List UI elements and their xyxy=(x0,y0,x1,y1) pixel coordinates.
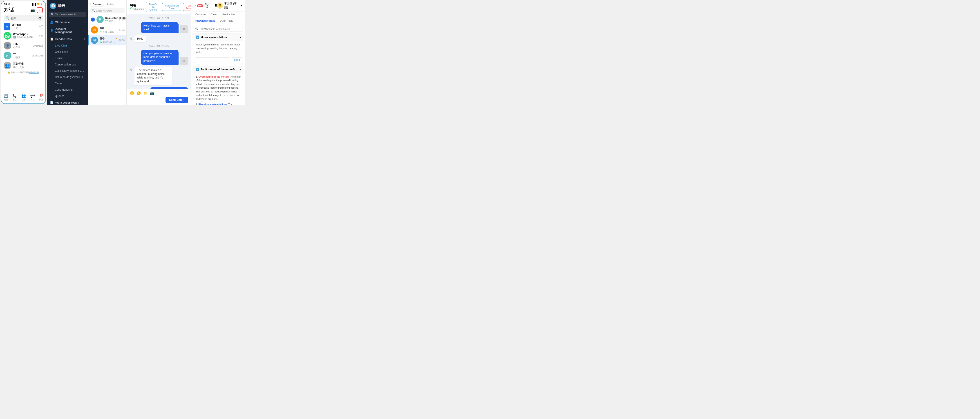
yin-meta: 2023/10/25 xyxy=(32,54,43,57)
contact86-meta: 2023/11/3 xyxy=(33,45,43,47)
nav-calls[interactable]: 📞 通话 xyxy=(13,94,17,101)
chat-preview-requester: W 你好，还在吗? xyxy=(105,19,118,23)
camera-icon[interactable]: 📷 xyxy=(30,7,35,13)
chat-search-icon: 🔍 xyxy=(92,9,95,12)
chat-search[interactable]: 🔍 Enter Keyword xyxy=(90,8,124,13)
tab-current[interactable]: Current xyxy=(90,2,104,7)
tab-knowledge-base[interactable]: Knowledge Base xyxy=(193,18,218,24)
knowledge-search[interactable]: 🔍 xyxy=(193,26,243,32)
chat-item-requester[interactable]: 7 R Requester1701161895977 W 你好，还在吗? 17:… xyxy=(88,14,126,25)
sign-out-button[interactable]: Sign Out xyxy=(204,3,213,8)
sidebar-item-service-desk[interactable]: 📋 Service Desk ▾ xyxy=(47,35,88,43)
folder-icon[interactable]: 📁 xyxy=(143,91,148,96)
nav-chat[interactable]: 💬 对话 xyxy=(30,94,35,101)
chat-meta-aha2: 18:08 xyxy=(119,39,124,41)
transfer-to-others-button[interactable]: Transfer To Others xyxy=(146,2,160,12)
channel-name: whatsapp xyxy=(134,8,144,10)
sidebar-sub-email[interactable]: E-mail xyxy=(47,55,88,61)
tab-service-list[interactable]: Service List xyxy=(220,11,237,18)
sidebar-logo: 瑞云 xyxy=(47,0,88,12)
chat-info-requester: Requester1701161895977 W 你好，还在吗? xyxy=(105,17,118,23)
contact-group[interactable]: 👥 三好学生 我们，公告 › xyxy=(2,61,45,70)
sidebar-search-icon: 🔍 xyxy=(51,13,54,16)
knowledge-search-icon: 🔍 xyxy=(195,27,198,30)
contact-whatsapp[interactable]: WhatsApp ✓ 🆕 新功能: 推出隐私检查 掌握您要分享的内容和分享对象。… xyxy=(2,31,45,41)
msg-agent-1: Hello, how can I assist you? 🖼 xyxy=(130,22,188,33)
reply-send-button[interactable]: Send xyxy=(232,57,242,62)
reply-input[interactable] xyxy=(195,57,230,62)
contact86-name: +86 xyxy=(13,43,32,46)
knowledge-user: 👩 李梦颖 (客服) ▾ xyxy=(217,2,242,10)
fault-title-2: Electrical system failure: xyxy=(198,103,228,105)
chat-input-row: Send(Enter) xyxy=(130,97,188,103)
chat-name-requester: Requester1701161895977 xyxy=(105,17,118,19)
msg-user-label-2: 哈 xyxy=(130,67,132,71)
fault-num-2: 2. xyxy=(196,103,198,105)
phone-filter-icon[interactable]: ⚙ xyxy=(38,16,41,21)
contact-86[interactable]: 👤 +86 ✓ 在线 2023/11/3 xyxy=(2,41,45,51)
knowledge-header: ? 99+ Sign Out ⠿ 👩 李梦颖 (客服) ▾ xyxy=(191,0,245,11)
sidebar-item-workspace[interactable]: 👤 Workspace › xyxy=(47,19,88,25)
nav-community[interactable]: 👥 社群 xyxy=(21,94,26,101)
chat-avatar-aha1: 啊 xyxy=(91,26,98,33)
tab-customer[interactable]: Customer xyxy=(193,11,208,18)
apps-icon[interactable]: ⠿ xyxy=(215,4,217,8)
chat-input[interactable] xyxy=(130,98,164,102)
sidebar-sub-cases[interactable]: Cases xyxy=(47,80,88,87)
emoji2-icon[interactable]: 😀 xyxy=(137,91,141,96)
sidebar-search[interactable]: 🔍 Tap here to search xyxy=(49,12,86,17)
chat-item-aha2[interactable]: 啊 啊哈 ⚑ W 非常抱歉，当前客服应接不暇... 18:08 xyxy=(88,35,126,45)
whatsapp-info: WhatsApp ✓ 🆕 新功能: 推出隐私检查 掌握您要分享的内容和分享对象。… xyxy=(13,33,37,39)
tab-history[interactable]: history xyxy=(105,2,117,7)
tv-icon[interactable]: 📺 xyxy=(150,91,154,96)
knowledge-search-input[interactable] xyxy=(199,28,241,30)
phone-search-bar[interactable]: 🔍 ⚙ xyxy=(3,15,43,21)
battery-icon: 🔋 xyxy=(40,3,43,5)
tab-cases[interactable]: Cases xyxy=(208,11,220,18)
chat-header-actions: Transfer To Others Transcription Case En… xyxy=(146,2,197,12)
sidebar-sub-conversation-log[interactable]: Conversation Log xyxy=(47,61,88,68)
nav-updates[interactable]: 🔄 更新 xyxy=(3,94,8,101)
sidebar-sub-call-popup[interactable]: Call Popup xyxy=(47,49,88,55)
phone-time: 16:53 xyxy=(4,3,10,5)
call-history-tencent-label: Call History(Tencent C... xyxy=(55,69,84,72)
chat-preview-aha1: W 你好，还在吗? xyxy=(100,30,118,33)
add-chat-button[interactable]: + xyxy=(37,7,43,13)
sidebar-sub-live-chat[interactable]: Live Chat xyxy=(47,43,88,49)
help-icon[interactable]: ? xyxy=(194,4,196,8)
channel-icon xyxy=(130,8,132,11)
live-chat-label: Live Chat xyxy=(55,44,67,47)
yin-info: 尹 ✓ 哦哦 xyxy=(13,52,30,59)
contact-yin[interactable]: 尹 尹 ✓ 哦哦 2023/10/25 xyxy=(2,51,45,61)
tab-quick-reply[interactable]: Quick Reply xyxy=(218,18,235,24)
send-button[interactable]: Send(Enter) xyxy=(165,97,188,103)
transcription-case-button[interactable]: Transcription Case xyxy=(162,3,181,11)
card-header-fault[interactable]: K Fault modes of the motor/e... ▴ xyxy=(193,66,243,73)
user-dropdown-icon[interactable]: ▾ xyxy=(241,4,242,7)
card-header-motor[interactable]: K Motor system failure ▾ xyxy=(193,34,243,41)
fault-title-1: Overheating of the motor: xyxy=(198,75,229,78)
sidebar-search-placeholder: Tap here to search xyxy=(55,13,76,16)
sidebar-item-account-management[interactable]: 👤 Account Management › xyxy=(47,25,88,35)
sidebar-sub-queues[interactable]: Queues xyxy=(47,93,88,99)
card-fault-header-left: K Fault modes of the motor/e... xyxy=(196,68,237,71)
emoji-icon[interactable]: 😊 xyxy=(130,91,134,96)
chat-header-name: 啊哈 xyxy=(130,3,144,8)
call-popup-label: Call Popup xyxy=(55,50,68,54)
fault-num-1: 1. xyxy=(196,75,198,78)
knowledge-card-fault-modes: K Fault modes of the motor/e... ▴ 1. Ove… xyxy=(193,66,243,105)
sidebar-item-work-order[interactable]: 📄 Work Order MGMT › xyxy=(47,99,88,105)
phone-status-bar: 16:53 ▐▐▐ 📶 🔋 xyxy=(2,2,45,6)
sidebar-sub-call-history-tencent[interactable]: Call History(Tencent C... xyxy=(47,68,88,74)
nav-settings[interactable]: ⚙ 1 设置 xyxy=(39,94,43,101)
sidebar-panel: 瑞云 🔍 Tap here to search 👤 Workspace › 👤 … xyxy=(47,0,88,105)
account-label: Account Management xyxy=(55,27,83,34)
call-records-seven-label: Call records (Seven Fis... xyxy=(55,76,85,79)
sidebar-sub-call-records-seven[interactable]: Call records (Seven Fis... xyxy=(47,74,88,80)
cases-label: Cases xyxy=(55,82,62,85)
sidebar-sub-case-handling[interactable]: Case Handling xyxy=(47,87,88,93)
chat-item-aha1[interactable]: 啊 啊哈 W 你好，还在吗? 17:33 xyxy=(88,25,126,35)
yin-preview: ✓ 哦哦 xyxy=(13,56,30,59)
phone-search-input[interactable] xyxy=(11,17,37,20)
company-logo: R xyxy=(3,23,10,30)
